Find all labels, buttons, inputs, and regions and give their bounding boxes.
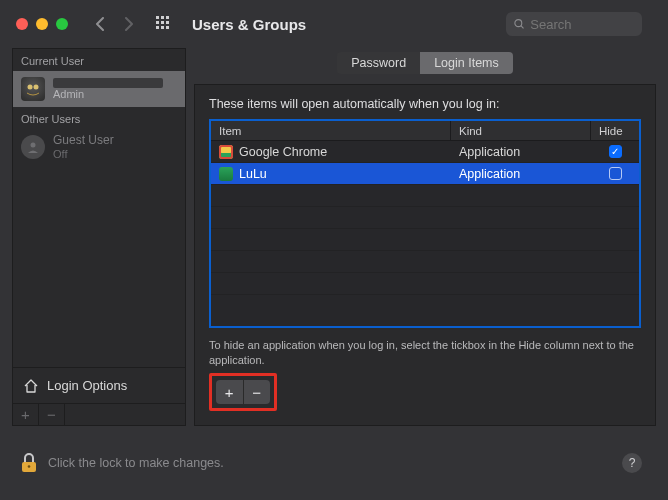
table-row[interactable]: LuLu Application	[211, 163, 639, 185]
user-role: Admin	[53, 88, 163, 100]
table-row	[211, 295, 639, 326]
svg-point-4	[31, 143, 36, 148]
login-items-table: Item Kind Hide Google Chrome Application…	[209, 119, 641, 328]
svg-point-3	[34, 85, 39, 90]
table-row[interactable]: Google Chrome Application ✓	[211, 141, 639, 163]
table-row	[211, 207, 639, 229]
tab-row: Password Login Items	[194, 48, 656, 78]
app-icon	[219, 145, 233, 159]
minimize-window-button[interactable]	[36, 18, 48, 30]
remove-user-button[interactable]: −	[39, 404, 65, 425]
sidebar: Current User Admin Other Users Guest Use…	[12, 48, 186, 426]
zoom-window-button[interactable]	[56, 18, 68, 30]
search-field[interactable]	[506, 12, 642, 36]
item-name: Google Chrome	[239, 145, 327, 159]
user-name-redacted	[53, 78, 163, 88]
svg-point-2	[28, 85, 33, 90]
col-hide[interactable]: Hide	[591, 121, 639, 140]
back-button[interactable]	[92, 17, 106, 31]
svg-point-0	[515, 20, 522, 27]
current-user-header: Current User	[13, 49, 185, 71]
app-icon	[219, 167, 233, 181]
table-header: Item Kind Hide	[211, 121, 639, 141]
avatar	[21, 77, 45, 101]
sidebar-user-current[interactable]: Admin	[13, 71, 185, 107]
close-window-button[interactable]	[16, 18, 28, 30]
hint-text: To hide an application when you log in, …	[209, 338, 641, 367]
help-button[interactable]: ?	[622, 453, 642, 473]
table-row	[211, 229, 639, 251]
titlebar: Users & Groups	[0, 0, 668, 48]
nav-buttons	[92, 17, 136, 31]
item-kind: Application	[451, 167, 591, 181]
add-remove-highlight: + −	[209, 373, 277, 411]
sidebar-add-remove-row: + −	[13, 403, 185, 425]
tab-login-items[interactable]: Login Items	[420, 52, 513, 74]
item-kind: Application	[451, 145, 591, 159]
hide-checkbox[interactable]: ✓	[609, 145, 622, 158]
user-status: Off	[53, 148, 114, 160]
footer: Click the lock to make changes. ?	[0, 438, 668, 488]
avatar	[21, 135, 45, 159]
table-row	[211, 273, 639, 295]
main-panel: Password Login Items These items will op…	[194, 48, 656, 426]
window-controls	[16, 18, 68, 30]
show-all-icon[interactable]	[156, 16, 172, 32]
lock-icon[interactable]	[20, 452, 38, 474]
remove-login-item-button[interactable]: −	[244, 380, 271, 404]
sidebar-user-guest[interactable]: Guest User Off	[13, 129, 185, 165]
svg-point-6	[28, 465, 31, 468]
svg-line-1	[521, 26, 524, 29]
col-kind[interactable]: Kind	[451, 121, 591, 140]
forward-button[interactable]	[122, 17, 136, 31]
search-input[interactable]	[530, 17, 634, 32]
user-name: Guest User	[53, 134, 114, 147]
table-row	[211, 251, 639, 273]
footer-text: Click the lock to make changes.	[48, 456, 224, 470]
hide-checkbox[interactable]	[609, 167, 622, 180]
login-options-button[interactable]: Login Options	[13, 367, 185, 403]
col-item[interactable]: Item	[211, 121, 451, 140]
login-options-label: Login Options	[47, 378, 127, 393]
add-user-button[interactable]: +	[13, 404, 39, 425]
search-icon	[514, 18, 524, 30]
window-title: Users & Groups	[192, 16, 306, 33]
other-users-header: Other Users	[13, 107, 185, 129]
panel-lede: These items will open automatically when…	[209, 97, 641, 111]
item-name: LuLu	[239, 167, 267, 181]
tab-password[interactable]: Password	[337, 52, 420, 74]
table-row	[211, 185, 639, 207]
house-icon	[23, 378, 39, 394]
add-login-item-button[interactable]: +	[216, 380, 244, 404]
